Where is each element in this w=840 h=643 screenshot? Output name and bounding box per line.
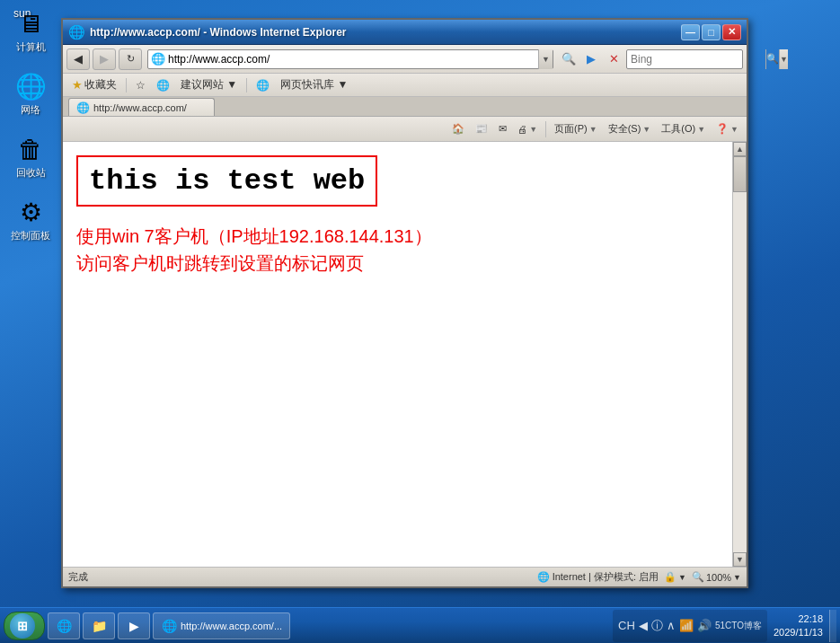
favorites-item-star[interactable]: ☆ (132, 77, 149, 93)
scroll-up-button[interactable]: ▲ (733, 142, 747, 156)
browse-button[interactable]: 🔍 (559, 49, 579, 69)
status-text: 完成 (68, 570, 537, 584)
favorites-star-button[interactable]: ★ 收藏夹 (68, 75, 120, 94)
scroll-down-button[interactable]: ▼ (733, 552, 747, 567)
tray-up-icon[interactable]: ∧ (667, 619, 676, 632)
search-input[interactable] (627, 53, 765, 66)
controlpanel-icon-label: 控制面板 (11, 229, 50, 242)
title-bar-buttons: — □ ✕ (681, 24, 741, 40)
feeds-toolbar-button[interactable]: 📰 (471, 121, 492, 137)
tools-toolbar-button[interactable]: 工具(O) ▼ (657, 120, 710, 137)
ie-title-icon: 🌐 (68, 24, 85, 40)
window-title: http://www.accp.com/ - Windows Internet … (90, 26, 346, 39)
address-input[interactable] (168, 53, 538, 66)
close-button[interactable]: ✕ (722, 24, 741, 40)
favorites-item-ie[interactable]: 🌐 (153, 77, 173, 93)
system-tray: CH ◀ ⓘ ∧ 📶 🔊 51CTO博客 (613, 610, 767, 642)
show-desktop-button[interactable] (829, 610, 836, 642)
tray-info-icon[interactable]: ⓘ (651, 618, 663, 634)
desktop-icon-computer[interactable]: 🖥 计算机 (4, 9, 57, 54)
tray-arrow-icon[interactable]: ◀ (639, 619, 648, 632)
favorites-star-icon-2: ☆ (136, 79, 146, 92)
security-toolbar-button[interactable]: 安全(S) ▼ (604, 120, 656, 137)
status-zoom[interactable]: 🔍 100% ▼ (692, 571, 741, 583)
taskbar-ie-button[interactable]: 🌐 (48, 612, 80, 639)
taskbar-ie-window-button[interactable]: 🌐 http://www.accp.com/... (153, 612, 290, 639)
taskbar-ie-small-icon: 🌐 (161, 618, 177, 634)
mail-icon: ✉ (499, 123, 507, 135)
home-icon: 🏠 (452, 123, 464, 135)
home-toolbar-button[interactable]: 🏠 (447, 121, 469, 137)
desktop-icon-network[interactable]: 🌐 网络 (4, 72, 57, 117)
status-lock[interactable]: 🔒 ▼ (664, 571, 686, 583)
maximize-button[interactable]: □ (702, 24, 721, 40)
taskbar-explorer-button[interactable]: 📁 (83, 612, 115, 639)
page-dropdown-icon: ▼ (589, 125, 597, 134)
test-web-text: this is test web (89, 164, 365, 198)
browser-tab[interactable]: 🌐 http://www.accp.com/ (68, 98, 215, 116)
tray-51cto-icon[interactable]: 51CTO博客 (715, 620, 762, 632)
tray-network-icon[interactable]: 📶 (679, 619, 694, 632)
test-web-box: this is test web (76, 155, 377, 207)
clock-time: 22:18 (774, 612, 823, 625)
refresh-button[interactable]: ↻ (119, 48, 142, 70)
tab-icon: 🌐 (76, 101, 90, 114)
page-toolbar-button[interactable]: 页面(P) ▼ (550, 120, 602, 137)
status-bar: 完成 🌐 Internet | 保护模式: 启用 🔒 ▼ 🔍 100% ▼ (63, 567, 747, 586)
ie-globe-small-icon: 🌐 (256, 79, 270, 92)
forward-button[interactable]: ▶ (93, 48, 116, 70)
taskbar: ⊞ 🌐 📁 ▶ 🌐 http://www.accp.com/... CH ◀ ⓘ… (0, 607, 840, 643)
navigation-bar: ◀ ▶ ↻ 🌐 ▼ 🔍 ▶ ✕ 🔍 ▼ (63, 45, 747, 74)
security-label: 安全(S) (608, 122, 641, 136)
stop-button[interactable]: ✕ (604, 49, 623, 69)
tools-dropdown-icon: ▼ (697, 125, 705, 134)
favorites-suggest-button[interactable]: 建议网站 ▼ (177, 75, 241, 94)
favorites-separator-2 (246, 78, 247, 92)
start-button[interactable]: ⊞ (4, 612, 45, 640)
address-dropdown-button[interactable]: ▼ (538, 49, 553, 69)
print-toolbar-button[interactable]: 🖨 ▼ (513, 122, 542, 137)
desktop-icon-controlpanel[interactable]: ⚙ 控制面板 (4, 198, 57, 242)
recycle-icon-label: 回收站 (16, 166, 46, 180)
security-dropdown-icon: ▼ (642, 125, 650, 134)
back-button[interactable]: ◀ (66, 48, 90, 70)
search-button[interactable]: 🔍 (765, 49, 779, 69)
status-right: 🌐 Internet | 保护模式: 启用 🔒 ▼ 🔍 100% ▼ (537, 570, 741, 584)
favorites-ie-icon-button[interactable]: 🌐 (252, 77, 273, 93)
zoom-dropdown-icon: ▼ (733, 573, 741, 582)
clock-date: 2029/11/13 (774, 626, 823, 639)
internet-label: Internet | 保护模式: 启用 (553, 570, 659, 584)
favorites-quickfeed-button[interactable]: 网页快讯库 ▼ (277, 75, 351, 94)
tray-speaker-icon[interactable]: 🔊 (697, 619, 712, 632)
print-dropdown-icon: ▼ (529, 125, 537, 134)
title-bar-left: 🌐 http://www.accp.com/ - Windows Interne… (68, 24, 346, 40)
address-globe-icon: 🌐 (150, 51, 166, 67)
taskbar-media-button[interactable]: ▶ (118, 612, 150, 639)
clock-area[interactable]: 22:18 2029/11/13 (770, 612, 827, 639)
help-toolbar-button[interactable]: ❓ ▼ (712, 121, 743, 137)
scroll-track (733, 156, 747, 552)
ie-icon-small: 🌐 (156, 79, 170, 92)
computer-icon-label: 计算机 (16, 40, 46, 54)
desktop-icons: 🖥 计算机 🌐 网络 🗑 回收站 ⚙ 控制面板 (0, 0, 61, 584)
feeds-icon: 📰 (475, 123, 488, 135)
mail-toolbar-button[interactable]: ✉ (494, 121, 511, 137)
tray-ch-icon[interactable]: CH (618, 619, 635, 632)
recycle-icon: 🗑 (16, 135, 45, 163)
windows-orb-icon: ⊞ (10, 613, 35, 639)
title-bar: 🌐 http://www.accp.com/ - Windows Interne… (63, 20, 747, 45)
desktop-icon-recycle[interactable]: 🗑 回收站 (4, 135, 57, 180)
vertical-scrollbar[interactable]: ▲ ▼ (732, 142, 747, 567)
help-dropdown-icon: ▼ (730, 125, 738, 134)
ie-window: 🌐 http://www.accp.com/ - Windows Interne… (61, 18, 748, 588)
minimize-button[interactable]: — (681, 24, 700, 40)
content-area: this is test web 使用win 7客户机（IP地址192.168.… (63, 142, 747, 567)
star-icon: ★ (72, 78, 83, 92)
scroll-thumb[interactable] (733, 156, 747, 192)
search-bar: 🔍 ▼ (626, 49, 743, 69)
search-dropdown-button[interactable]: ▼ (779, 49, 788, 69)
taskbar-ie-icon: 🌐 (56, 618, 72, 634)
annotation-text: 使用win 7客户机（IP地址192.168.144.131）访问客户机时跳转到… (76, 223, 719, 277)
suggest-label: 建议网站 ▼ (181, 77, 237, 92)
navigate-go-button[interactable]: ▶ (581, 49, 601, 69)
